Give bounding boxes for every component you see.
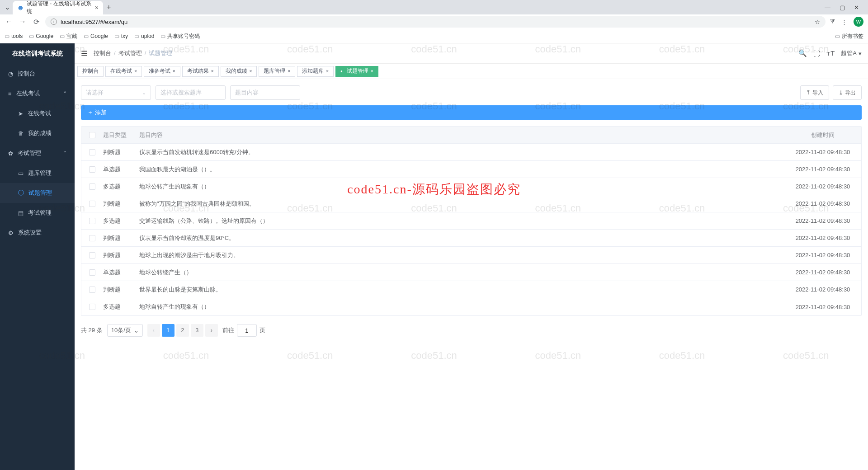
row-checkbox[interactable] [89,235,95,241]
row-checkbox[interactable] [89,166,95,173]
checkbox-all[interactable] [89,132,95,138]
sidebar-subitem-题库管理[interactable]: ▭题库管理 [0,163,75,183]
sidebar-subitem-在线考试[interactable]: ➤在线考试 [0,103,75,123]
address-field[interactable]: i localhost:9527/#/exam/qu [45,16,826,28]
import-button[interactable]: ⤒ 导入 [800,85,829,100]
add-button[interactable]: ＋ 添加 [81,105,862,120]
page-2[interactable]: 2 [176,324,189,337]
sidebar-item-考试管理[interactable]: ✿考试管理˄ [0,143,75,163]
bookmark-item[interactable]: ▭Google [84,33,108,39]
tab-close-icon[interactable]: × [250,69,252,74]
nav-tab-试题管理[interactable]: 试题管理× [335,66,378,77]
page-3[interactable]: 3 [191,324,203,337]
page-1[interactable]: 1 [162,324,175,337]
bookmark-item[interactable]: ▭tools [5,33,23,39]
nav-tab-考试结果[interactable]: 考试结果× [182,66,219,77]
cell-time: 2022-11-02 09:48:30 [784,149,861,155]
tab-close-icon[interactable]: × [288,69,290,74]
fullscreen-icon[interactable]: ⛶ [813,50,820,57]
table-row[interactable]: 判断题世界最长的山脉是安第斯山脉。2022-11-02 09:48:30 [81,281,861,298]
menu-icon[interactable]: ⋮ [841,19,847,25]
sidebar-subitem-试题管理[interactable]: ⓘ试题管理 [0,183,75,203]
type-select[interactable]: 请选择 ⌄ [81,85,151,100]
bookmark-item[interactable]: ▭共享账号密码 [160,33,200,40]
table-row[interactable]: 单选题地球公转绕产生（）2022-11-02 09:48:30 [81,264,861,281]
tab-close-icon[interactable]: × [371,69,373,74]
bookmark-item[interactable]: ▭宝藏 [60,33,77,40]
nav-tab-添加题库[interactable]: 添加题库× [297,66,334,77]
table-row[interactable]: 多选题地球自转产生的现象有（）2022-11-02 09:48:30 [81,298,861,315]
browser-tab[interactable]: ◔ 试题管理 - 在线培训考试系统 × [13,1,103,14]
breadcrumb-item[interactable]: 考试管理 [118,50,142,56]
chevron-down-icon: ⌄ [134,327,139,334]
row-checkbox[interactable] [89,183,95,190]
sidebar-subitem-考试管理[interactable]: ▤考试管理 [0,203,75,223]
table-row[interactable]: 多选题交通运输线路（公路、铁路）。选址的原因有（）2022-11-02 09:4… [81,212,861,230]
sidebar-item-系统设置[interactable]: ⚙系统设置 [0,223,75,243]
nav-tab-label: 试题管理 [347,67,368,75]
bookmark-label: Google [36,33,53,39]
row-checkbox[interactable] [89,218,95,224]
nav-tab-控制台[interactable]: 控制台 [77,66,104,77]
tab-close-icon[interactable]: × [95,4,99,11]
tab-close-icon[interactable]: × [134,69,137,74]
breadcrumb-item[interactable]: 控制台 [94,50,111,56]
profile-avatar[interactable]: W [854,17,863,27]
close-window-icon[interactable]: ✕ [854,4,859,11]
bookmark-item[interactable]: ▭txy [114,33,128,39]
bookmark-item[interactable]: ▭Google [29,33,53,39]
tab-dropdown-icon[interactable]: ⌄ [4,4,11,11]
page-next[interactable]: › [205,324,218,337]
cell-time: 2022-11-02 09:48:30 [784,200,861,207]
sidebar-subitem-我的成绩[interactable]: ♛我的成绩 [0,123,75,143]
new-tab-button[interactable]: + [107,3,111,11]
minimize-icon[interactable]: — [825,4,830,11]
menu-icon: ≡ [8,90,12,97]
font-size-icon[interactable]: ᴛT [826,49,835,57]
export-button[interactable]: ⤓ 导出 [833,85,862,100]
row-checkbox[interactable] [89,252,95,258]
row-checkbox[interactable] [89,304,95,310]
goto-input[interactable] [237,324,257,337]
nav-forward-icon[interactable]: → [18,18,27,26]
breadcrumb: 控制台/考试管理/试题管理 [94,49,172,57]
page-prev[interactable]: ‹ [147,324,160,337]
tab-close-icon[interactable]: × [326,69,329,74]
user-dropdown[interactable]: 超管A ▾ [841,49,862,57]
table-row[interactable]: 判断题被称为"万园之园"的我国古典园林是颐和园。2022-11-02 09:48… [81,195,861,212]
address-bar: ← → ⟳ i localhost:9527/#/exam/qu ⧩ ⋮ W [0,14,868,29]
nav-tab-题库管理[interactable]: 题库管理× [259,66,295,77]
all-bookmarks[interactable]: ▭所有书签 [835,33,863,40]
table-row[interactable]: 单选题我国面积最大的湖泊是（）。2022-11-02 09:48:30 [81,161,861,178]
row-checkbox[interactable] [89,149,95,155]
chevron-down-icon: ⌄ [142,90,146,96]
site-info-icon[interactable]: i [51,19,57,25]
nav-tab-准备考试[interactable]: 准备考试× [144,66,180,77]
table-row[interactable]: 多选题地球公转产生的现象有（）2022-11-02 09:48:30 [81,178,861,195]
sidebar-item-在线考试[interactable]: ≡在线考试˄ [0,84,75,103]
hamburger-icon[interactable]: ☰ [81,49,87,58]
content-input[interactable]: 题目内容 [230,85,300,100]
search-icon[interactable]: 🔍 [798,49,807,57]
table-row[interactable]: 判断题地球上出现的潮汐是由于地月吸引力。2022-11-02 09:48:30 [81,247,861,264]
page-size-select[interactable]: 10条/页 ⌄ [107,324,143,337]
favicon-icon: ◔ [17,4,24,11]
table-row[interactable]: 判断题仪表显示当前冷却液的温度是90°C。2022-11-02 09:48:30 [81,230,861,247]
row-checkbox[interactable] [89,201,95,207]
nav-back-icon[interactable]: ← [5,18,14,26]
bookmark-item[interactable]: ▭uplod [134,33,154,39]
folder-icon: ▭ [134,33,139,39]
table-row[interactable]: 判断题仪表显示当前发动机转速是6000转克/分钟。2022-11-02 09:4… [81,144,861,161]
row-checkbox[interactable] [89,269,95,276]
star-icon[interactable] [815,19,820,25]
maximize-icon[interactable]: ▢ [840,4,845,11]
nav-tab-在线考试[interactable]: 在线考试× [105,66,142,77]
repo-input[interactable]: 选择或搜索题库 [156,85,226,100]
tab-close-icon[interactable]: × [173,69,175,74]
extensions-icon[interactable]: ⧩ [830,18,835,25]
tab-close-icon[interactable]: × [211,69,214,74]
row-checkbox[interactable] [89,287,95,293]
nav-tab-我的成绩[interactable]: 我的成绩× [221,66,257,77]
sidebar-item-控制台[interactable]: ◔控制台 [0,64,75,84]
nav-refresh-icon[interactable]: ⟳ [32,18,41,26]
